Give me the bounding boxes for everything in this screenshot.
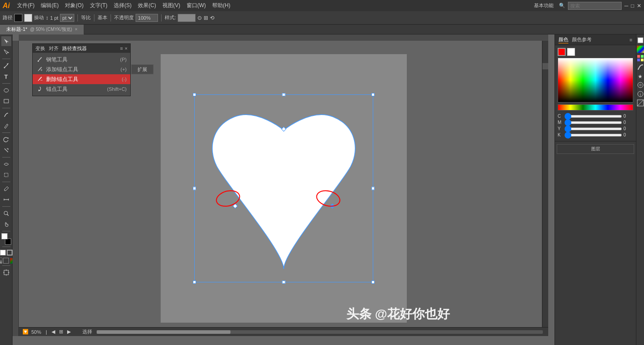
handle-tl[interactable]	[193, 93, 196, 96]
color-swatches-row	[558, 48, 633, 56]
handle-ml[interactable]	[193, 187, 196, 190]
menu-view[interactable]: 视图(V)	[160, 1, 183, 10]
color-hue-slider[interactable]	[558, 104, 633, 111]
expand-button[interactable]: 扩展	[131, 64, 154, 74]
tab-close-button[interactable]: ×	[75, 27, 77, 32]
menu-select[interactable]: 选择(S)	[111, 1, 134, 10]
info-icon-strip[interactable]: i	[636, 90, 644, 98]
ellipse-tool-button[interactable]	[1, 85, 11, 95]
nav-prev-button[interactable]: ◀	[51, 329, 55, 335]
red-swatch[interactable]	[558, 48, 566, 56]
warp-tool-button[interactable]	[1, 159, 11, 169]
handle-mr[interactable]	[371, 187, 375, 190]
panel-close-button[interactable]: ×	[125, 46, 128, 51]
color-panel-header: 颜色 颜色参考 ≡	[555, 34, 636, 45]
fill-icon-strip[interactable]	[636, 36, 644, 44]
menu-effect[interactable]: 效果(C)	[135, 1, 159, 10]
free-transform-button[interactable]	[1, 170, 11, 180]
restore-button[interactable]: □	[631, 3, 634, 9]
zoom-tool-button[interactable]	[1, 209, 11, 218]
fill-mode-button[interactable]	[0, 250, 6, 256]
m-slider[interactable]	[564, 121, 622, 124]
handle-tm[interactable]	[282, 93, 285, 96]
tab-align[interactable]: 对齐	[49, 45, 59, 52]
tab-pathfinder[interactable]: 路径查找器	[62, 45, 87, 52]
panel-menu-icon[interactable]: ≡	[630, 37, 632, 43]
fill-color-swatch[interactable]	[24, 14, 32, 22]
menu-text[interactable]: 文字(T)	[87, 1, 110, 10]
v-scroll-thumb[interactable]	[542, 63, 548, 69]
color-icon-strip[interactable]	[636, 45, 644, 53]
vertical-scrollbar[interactable]	[542, 41, 548, 330]
delete-anchor-tool-item[interactable]: − 删除锚点工具 (-)	[33, 74, 130, 84]
close-button[interactable]: ✕	[637, 3, 641, 9]
anchor-tool-shortcut: (Shift+C)	[107, 86, 127, 92]
menu-object[interactable]: 对象(O)	[62, 1, 86, 10]
style-swatch[interactable]	[178, 14, 196, 22]
add-anchor-icon: +	[36, 66, 43, 73]
type-tool-button[interactable]: T	[1, 72, 11, 81]
c-slider[interactable]	[564, 115, 622, 118]
canvas-inner[interactable]: 变换 对齐 路径查找器 ≡ × 钢笔工具	[19, 41, 548, 336]
handle-bm[interactable]	[282, 281, 285, 284]
nav-next-button[interactable]: ▶	[67, 329, 71, 335]
rotate-tool-button[interactable]	[1, 135, 11, 145]
menu-edit[interactable]: 编辑(E)	[38, 1, 61, 10]
document-tab[interactable]: 未标题-1* @ 50% (CMYK/预览) ×	[0, 25, 84, 34]
pen-tool-button[interactable]	[1, 61, 11, 71]
add-anchor-tool-item[interactable]: + 添加锚点工具 (+)	[33, 64, 130, 74]
handle-tr[interactable]	[371, 93, 375, 96]
tool-panel-header[interactable]: 变换 对齐 路径查找器 ≡ ×	[33, 44, 130, 53]
weight-unit-select[interactable]: pt	[60, 14, 74, 22]
opacity-input[interactable]	[136, 14, 158, 22]
selection-tool-button[interactable]	[1, 36, 11, 46]
color-wheel-area: C 0 M 0 Y 0	[555, 45, 636, 140]
handle-bl[interactable]	[193, 281, 196, 284]
panel-collapse-button[interactable]: ≡	[120, 46, 123, 51]
brush-tool-button[interactable]	[1, 110, 11, 120]
direct-selection-tool-button[interactable]	[1, 47, 11, 57]
heart-shape-container[interactable]	[194, 94, 373, 282]
layers-button[interactable]: 图层	[557, 144, 634, 154]
brushes-icon-strip[interactable]	[636, 63, 644, 71]
menu-file[interactable]: 文件(F)	[14, 1, 37, 10]
measure-tool-button[interactable]	[1, 195, 11, 204]
foreground-color-swatch[interactable]	[1, 233, 8, 239]
stroke-color-swatch[interactable]	[14, 14, 22, 22]
color-reference-tab[interactable]: 颜色参考	[572, 36, 592, 43]
h-scroll-thumb[interactable]	[97, 330, 230, 334]
arrange-icon[interactable]: ⊞	[204, 15, 208, 21]
pen-tool-item[interactable]: 钢笔工具 (P)	[33, 55, 130, 64]
scale-tool-button[interactable]	[1, 145, 11, 155]
symbols-icon-strip[interactable]: ★	[636, 72, 644, 80]
handle-br[interactable]	[371, 281, 375, 284]
tab-transform[interactable]: 变换	[35, 45, 45, 52]
k-slider[interactable]	[564, 134, 622, 136]
rectangle-tool-button[interactable]	[1, 96, 11, 106]
svg-rect-15	[19, 34, 548, 41]
stroke-mode-button[interactable]	[7, 250, 13, 256]
transparency-icon-strip[interactable]	[636, 99, 644, 107]
color-spectrum[interactable]	[558, 58, 633, 102]
h-scroll-track[interactable]	[97, 330, 543, 334]
y-slider[interactable]	[564, 128, 622, 130]
eyedropper-tool-button[interactable]	[1, 184, 11, 194]
minimize-button[interactable]: ─	[624, 3, 628, 9]
canvas-area: 变换 对齐 路径查找器 ≡ × 钢笔工具	[13, 34, 554, 345]
color-tab[interactable]: 颜色	[559, 36, 568, 43]
none-button[interactable]	[3, 258, 9, 264]
swatches-icon-strip[interactable]	[636, 54, 644, 62]
background-color-swatch[interactable]	[5, 239, 11, 245]
search-input[interactable]	[568, 2, 622, 10]
hand-tool-button[interactable]	[1, 219, 11, 229]
menu-window[interactable]: 窗口(W)	[184, 1, 209, 10]
pencil-tool-button[interactable]	[1, 121, 11, 131]
anchor-tool-item[interactable]: 锚点工具 (Shift+C)	[33, 84, 130, 94]
transform-options-icon[interactable]: ⟲	[210, 15, 214, 21]
artboard-button[interactable]	[1, 268, 11, 277]
graphic-styles-icon-strip[interactable]	[636, 81, 644, 89]
effects-icon[interactable]: ⊙	[197, 15, 202, 21]
menu-help[interactable]: 帮助(H)	[209, 1, 233, 10]
gradient-button[interactable]	[0, 258, 2, 264]
white-swatch[interactable]	[567, 48, 575, 56]
